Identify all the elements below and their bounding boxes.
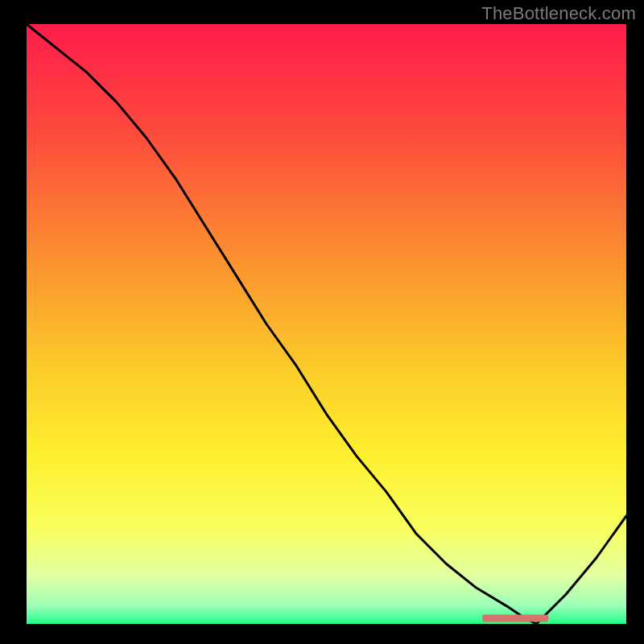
chart-optimal-marker: [482, 615, 548, 622]
attribution-label: TheBottleneck.com: [481, 3, 636, 24]
chart-gradient-area: [27, 24, 626, 624]
bottleneck-chart: [0, 0, 644, 644]
